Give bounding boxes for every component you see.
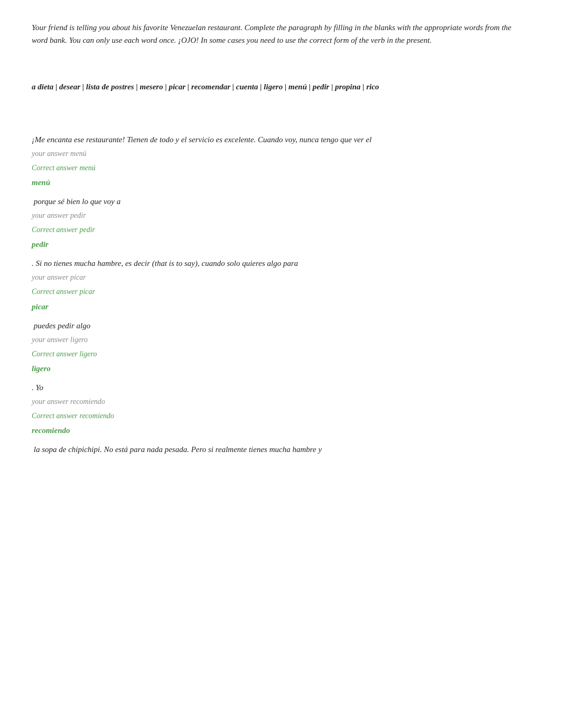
instructions-block: Your friend is telling you about his fav… bbox=[32, 21, 529, 47]
passage-text-3: puedes pedir algo bbox=[32, 319, 529, 332]
correct-answer-label-2: Correct answer picar bbox=[32, 285, 529, 298]
correct-answer-label-1: Correct answer pedir bbox=[32, 223, 529, 236]
passage-block: ¡Me encanta ese restaurante! Tienen de t… bbox=[32, 133, 529, 456]
correct-word-0: menú bbox=[32, 176, 529, 190]
passage-text-2: . Si no tienes mucha hambre, es decir (t… bbox=[32, 257, 529, 270]
passage-text-0: ¡Me encanta ese restaurante! Tienen de t… bbox=[32, 133, 529, 146]
word-bank-text: a dieta | desear | lista de postres | me… bbox=[32, 80, 529, 94]
segment-2: . Si no tienes mucha hambre, es decir (t… bbox=[32, 257, 529, 314]
correct-answer-label-3: Correct answer ligero bbox=[32, 347, 529, 361]
segment-5: la sopa de chipichipi. No está para nada… bbox=[32, 443, 529, 456]
your-answer-1: your answer pedir bbox=[32, 209, 529, 222]
segment-3: puedes pedir algo your answer ligero Cor… bbox=[32, 319, 529, 376]
segment-1: porque sé bien lo que voy a your answer … bbox=[32, 195, 529, 252]
your-answer-4: your answer recomiendo bbox=[32, 395, 529, 408]
passage-text-5: la sopa de chipichipi. No está para nada… bbox=[32, 443, 529, 456]
word-bank-block: a dieta | desear | lista de postres | me… bbox=[32, 80, 529, 94]
your-answer-3: your answer ligero bbox=[32, 333, 529, 346]
correct-word-2: picar bbox=[32, 300, 529, 314]
your-answer-0: your answer menú bbox=[32, 147, 529, 160]
instructions-text: Your friend is telling you about his fav… bbox=[32, 21, 529, 47]
passage-text-4: . Yo bbox=[32, 381, 529, 394]
correct-answer-label-4: Correct answer recomiendo bbox=[32, 409, 529, 422]
correct-answer-label-0: Correct answer menú bbox=[32, 161, 529, 174]
your-answer-2: your answer picar bbox=[32, 271, 529, 284]
segment-0: ¡Me encanta ese restaurante! Tienen de t… bbox=[32, 133, 529, 190]
passage-text-1: porque sé bien lo que voy a bbox=[32, 195, 529, 208]
segment-4: . Yo your answer recomiendo Correct answ… bbox=[32, 381, 529, 438]
correct-word-4: recomiendo bbox=[32, 423, 529, 438]
correct-word-3: ligero bbox=[32, 362, 529, 376]
correct-word-1: pedir bbox=[32, 237, 529, 252]
